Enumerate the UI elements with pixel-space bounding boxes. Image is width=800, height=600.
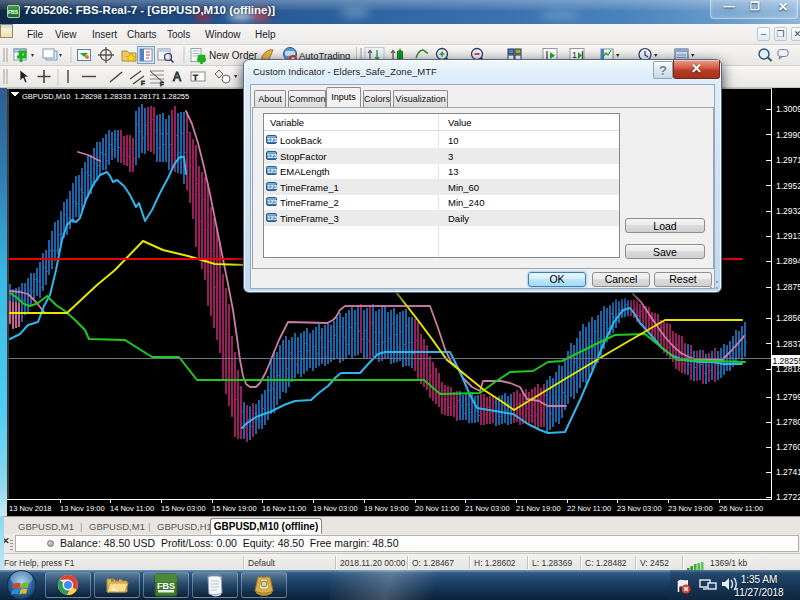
svg-text:15 Nov 19:00: 15 Nov 19:00 (212, 504, 257, 513)
svg-text:15 Nov 03:00: 15 Nov 03:00 (161, 504, 206, 513)
svg-text:1.27608: 1.27608 (776, 442, 800, 452)
svg-text:22 Nov 11:00: 22 Nov 11:00 (567, 504, 611, 513)
svg-text:21 Nov 19:00: 21 Nov 19:00 (516, 504, 561, 513)
svg-text:1.28373: 1.28373 (776, 339, 800, 349)
svg-text:26 Nov 11:00: 26 Nov 11:00 (719, 504, 763, 513)
svg-text:GBPUSD,M10 1.28298 1.28333 1.: GBPUSD,M10 1.28298 1.28333 1.28171 1.282… (22, 92, 189, 101)
svg-text:F: F (160, 81, 164, 87)
svg-text:1.29328: 1.29328 (776, 206, 800, 216)
svg-text:20 Nov 11:00: 20 Nov 11:00 (415, 504, 459, 513)
svg-text:1.29713: 1.29713 (776, 155, 800, 165)
svg-text:19 Nov 03:00: 19 Nov 03:00 (313, 504, 358, 513)
svg-text:FBS: FBS (157, 581, 175, 591)
svg-text:F: F (141, 80, 145, 86)
svg-text:16 Nov 11:00: 16 Nov 11:00 (262, 504, 306, 513)
svg-text:19 Nov 19:00: 19 Nov 19:00 (364, 504, 409, 513)
svg-text:1.27993: 1.27993 (776, 392, 800, 402)
svg-text:23 Nov 19:00: 23 Nov 19:00 (668, 504, 713, 513)
svg-text:1.29138: 1.29138 (776, 231, 800, 241)
svg-text:A: A (173, 70, 181, 84)
svg-text:1.29523: 1.29523 (776, 181, 800, 191)
svg-text:1.28255: 1.28255 (773, 356, 800, 366)
svg-text:T: T (193, 73, 198, 82)
svg-text:1.27418: 1.27418 (776, 467, 800, 477)
svg-text:21 Nov 03:00: 21 Nov 03:00 (465, 504, 510, 513)
svg-text:1.28758: 1.28758 (776, 282, 800, 292)
svg-text:1.27803: 1.27803 (776, 417, 800, 427)
svg-text:1.29903: 1.29903 (776, 130, 800, 140)
svg-text:1.27228: 1.27228 (776, 492, 800, 502)
svg-text:13 Nov 19:00: 13 Nov 19:00 (60, 504, 105, 513)
svg-text:1.28563: 1.28563 (776, 313, 800, 323)
svg-text:13 Nov 2018: 13 Nov 2018 (9, 504, 52, 513)
svg-text:1.28948: 1.28948 (776, 256, 800, 266)
svg-text:1.30093: 1.30093 (776, 104, 800, 114)
svg-text:23 Nov 03:00: 23 Nov 03:00 (617, 504, 662, 513)
svg-text:14 Nov 11:00: 14 Nov 11:00 (110, 504, 154, 513)
